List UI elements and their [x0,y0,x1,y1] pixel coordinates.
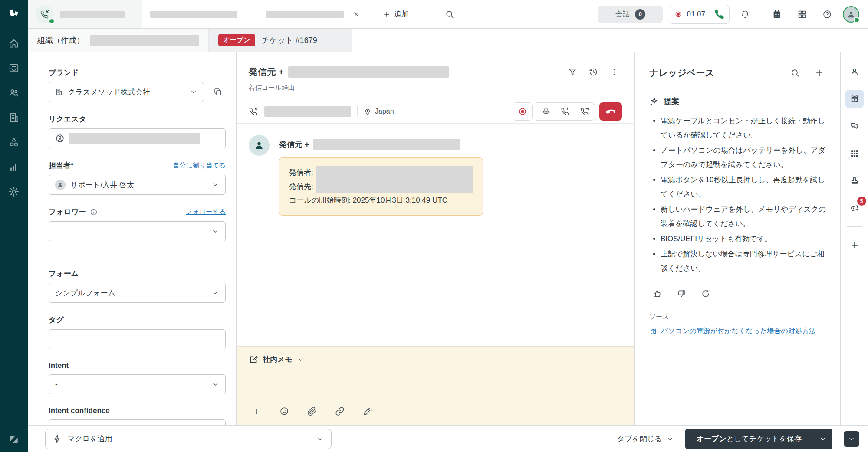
nav-objects[interactable] [4,133,23,152]
follow-link[interactable]: フォローする [186,208,226,216]
ticket-suggestions-tab[interactable]: 5 [845,199,864,217]
regenerate-button[interactable] [698,286,713,301]
nav-customers[interactable] [4,83,23,102]
filter-conversation-button[interactable] [565,64,580,80]
redacted-tab-title [266,11,344,18]
building-icon [55,88,63,96]
end-call-button[interactable] [599,102,622,121]
main-nav-rail [0,0,28,452]
caller-avatar-icon [249,135,270,156]
record-call-button[interactable] [513,102,533,121]
followers-label: フォロワー [49,207,98,217]
insert-link-button[interactable] [332,403,348,419]
intent-value: - [55,380,58,389]
call-timer-widget[interactable]: 01:07 [669,5,730,24]
breadcrumb-ticket[interactable]: オープン チケット #1679 [209,29,352,52]
conversations-tab[interactable] [845,117,864,135]
help-button[interactable] [818,5,837,24]
recording-indicator-icon [674,10,682,18]
nav-home[interactable] [4,34,23,53]
user-avatar[interactable] [843,6,859,23]
status-badge: オープン [218,34,255,46]
macros-tab[interactable] [845,172,864,190]
kb-search-button[interactable] [787,65,803,81]
collapse-footer-button[interactable] [844,431,859,447]
submit-options-caret[interactable] [813,429,832,449]
intent-confidence-select[interactable]: - [49,419,226,425]
submit-ticket-split-button: オープンとしてチケットを保存 [685,429,832,449]
close-tab-menu[interactable]: タブを閉じる [617,434,674,444]
apps-tab[interactable] [845,144,864,163]
info-icon[interactable] [90,208,98,216]
nav-organizations[interactable] [4,108,23,127]
knowledge-base-panel: ナレッジベース 提案 電源ケーブルとコンセントが正しく接続・動作しているか確認し… [634,52,840,425]
ticket-tab-2[interactable] [142,0,258,28]
nav-reporting[interactable] [4,157,23,177]
search-button[interactable] [440,5,459,24]
ticket-tab-active[interactable] [28,0,142,28]
redacted-callee-value [316,180,473,193]
assignee-avatar [55,180,66,190]
conversations-button[interactable]: 会話 0 [598,6,663,23]
chevron-down-icon [190,88,197,96]
text-format-button[interactable] [249,403,264,419]
conversation-body: 発信元 + 発信者: 発信先: [237,124,634,346]
thumbs-up-button[interactable] [649,286,665,301]
form-select[interactable]: シンプルフォーム [49,283,226,303]
lightning-icon [53,434,62,444]
hold-call-button[interactable] [556,102,575,121]
channel-switcher[interactable]: 社内メモ [249,354,622,364]
field-intent: Intent - [49,361,226,394]
thumbs-down-button[interactable] [674,286,689,301]
source-label: ソース [649,313,827,321]
plus-icon [383,10,391,18]
more-options-button[interactable] [606,64,622,80]
add-app-button[interactable] [845,236,864,254]
calendar-button[interactable] [767,5,786,24]
knowledge-base-tab[interactable] [845,90,864,108]
apply-macro-select[interactable]: マクロを適用 [45,429,332,449]
assign-to-me-link[interactable]: 自分に割り当てる [173,161,226,170]
source-link-text: パソコンの電源が付かなくなった場合の対処方法 [661,327,816,336]
nav-admin[interactable] [4,182,23,201]
zendesk-z-mark [0,434,28,445]
field-followers: フォロワー フォローする [49,207,226,241]
intent-label: Intent [49,361,69,370]
emoji-button[interactable] [276,403,292,419]
events-history-button[interactable] [585,64,601,80]
call-timer: 01:07 [687,10,705,19]
app-window: 追加 会話 0 01:07 [0,0,868,452]
tags-input[interactable] [49,329,226,349]
suggestion-feedback [649,286,827,301]
transfer-call-button[interactable] [575,102,595,121]
notifications-button[interactable] [736,5,755,24]
nav-views[interactable] [4,59,23,78]
ticket-tab-3[interactable] [258,0,373,28]
attach-file-button[interactable] [304,403,320,419]
submit-ticket-button[interactable]: オープンとしてチケットを保存 [685,429,813,449]
caller-label: 発信者: [289,166,313,180]
add-tab-button[interactable]: 追加 [373,0,418,28]
copy-brand-button[interactable] [210,84,226,100]
caller-location: Japan [364,108,394,115]
close-tab-icon[interactable] [350,8,362,20]
brand-select[interactable]: クラスメソッド株式会社 [49,82,204,102]
location-label: Japan [375,108,394,115]
requester-select[interactable] [49,128,226,148]
internal-note-editor[interactable]: 社内メモ [237,346,634,425]
active-call-bar: Japan [237,99,634,124]
chevron-down-icon [211,289,219,297]
assignee-select[interactable]: サポート/入井 啓太 [49,175,226,195]
org-label: 組織（作成） [37,35,84,46]
product-tray-button[interactable] [792,5,812,24]
kb-create-button[interactable] [812,65,827,81]
breadcrumb-org[interactable]: 組織（作成） [28,29,209,52]
call-start-time: コールの開始時刻: 2025年10月3日 3:10:49 UTC [289,193,447,207]
followers-select[interactable] [49,221,226,241]
source-article-link[interactable]: パソコンの電源が付かなくなった場合の対処方法 [649,327,827,336]
intent-select[interactable]: - [49,374,226,394]
ai-assist-button[interactable] [360,403,375,419]
user-info-tab[interactable] [845,62,864,81]
active-call-phone-icon[interactable] [714,10,724,19]
mute-mic-button[interactable] [536,102,556,121]
